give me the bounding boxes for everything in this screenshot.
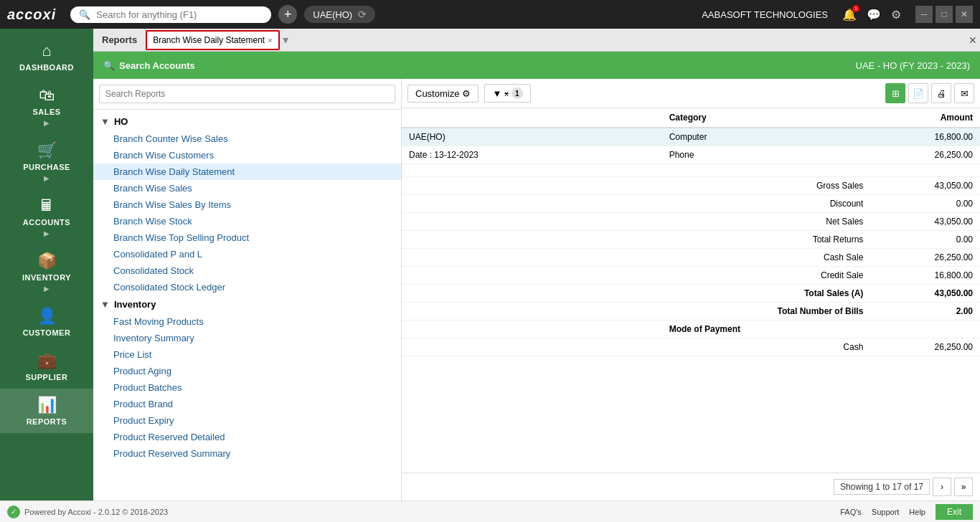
global-search-input[interactable]	[96, 9, 263, 20]
help-link[interactable]: Help	[909, 508, 925, 516]
app-logo: accoxi	[7, 6, 56, 23]
customize-button[interactable]: Customize ⚙	[407, 85, 479, 103]
excel-export-button[interactable]: ⊞	[885, 83, 905, 103]
tree-item-product-reserved-summary[interactable]: Product Reserved Summary	[93, 445, 401, 462]
tree-group-ho[interactable]: ▼ HO	[93, 113, 401, 130]
tree-item-product-expiry[interactable]: Product Expiry	[93, 412, 401, 429]
table-cell-total-returns-label: Total Returns	[662, 231, 871, 249]
support-link[interactable]: Support	[872, 508, 900, 516]
sidebar-label-sales: SALES	[32, 108, 60, 116]
notifications-icon[interactable]: 🔔1	[842, 8, 857, 22]
tree-item-branch-wise-sales-by-items[interactable]: Branch Wise Sales By Items	[93, 196, 401, 213]
tree-item-consolidated-stock-ledger[interactable]: Consolidated Stock Ledger	[93, 279, 401, 295]
sidebar-item-inventory[interactable]: 📦 INVENTORY ▶	[0, 245, 93, 300]
sidebar-item-customer[interactable]: 👤 CUSTOMER	[0, 300, 93, 344]
tree-item-branch-wise-top-selling-product[interactable]: Branch Wise Top Selling Product	[93, 229, 401, 246]
add-button[interactable]: +	[278, 5, 297, 24]
gear-icon[interactable]: ⚙	[891, 8, 901, 22]
table-cell-phone: Phone	[662, 146, 871, 164]
sidebar-item-accounts[interactable]: 🖩 ACCOUNTS ▶	[0, 189, 93, 245]
dashboard-icon: ⌂	[42, 42, 51, 60]
table-row: Cash Sale 26,250.00	[402, 249, 980, 267]
table-cell-uae-ho: UAE(HO)	[402, 128, 662, 146]
global-search-bar[interactable]: 🔍	[70, 6, 271, 23]
table-row: Date : 13-12-2023 Phone 26,250.00	[402, 146, 980, 164]
sidebar-item-sales[interactable]: 🛍 SALES ▶	[0, 79, 93, 134]
sidebar-label-dashboard: DASHBOARD	[19, 63, 74, 72]
filter-x-label: x	[504, 89, 509, 98]
tree-item-price-list[interactable]: Price List	[93, 346, 401, 363]
header-branch-info: UAE - HO (FY 2023 - 2023)	[856, 60, 970, 71]
minimize-button[interactable]: ─	[915, 6, 933, 23]
tree-item-branch-wise-daily-statement[interactable]: Branch Wise Daily Statement	[93, 163, 401, 180]
filter-count-badge: 1	[512, 87, 523, 99]
tree-item-inventory-summary[interactable]: Inventory Summary	[93, 330, 401, 346]
customize-label: Customize	[415, 88, 459, 99]
sidebar-item-dashboard[interactable]: ⌂ DASHBOARD	[0, 34, 93, 79]
table-cell-gross-sales-val: 43,050.00	[870, 177, 980, 195]
tab-label: Branch Wise Daily Statement	[153, 35, 265, 45]
branch-selector[interactable]: UAE(HO) ⟳	[304, 6, 375, 23]
tree-item-product-reserved-detailed[interactable]: Product Reserved Detailed	[93, 429, 401, 445]
sidebar-item-reports[interactable]: 📊 REPORTS	[0, 389, 93, 433]
notif-badge: 1	[852, 5, 859, 12]
sidebar-item-supplier[interactable]: 💼 SUPPLIER	[0, 344, 93, 389]
search-reports-input[interactable]	[99, 85, 395, 103]
refresh-icon[interactable]: ⟳	[358, 9, 367, 20]
tab-branch-wise-daily-statement[interactable]: Branch Wise Daily Statement ×	[146, 30, 280, 50]
tree-area: ▼ HO Branch Counter Wise Sales Branch Wi…	[93, 110, 401, 500]
exit-button[interactable]: Exit	[936, 504, 973, 520]
tree-group-inventory[interactable]: ▼ Inventory	[93, 295, 401, 313]
tree-item-product-aging[interactable]: Product Aging	[93, 363, 401, 379]
settings-icon: ⚙	[462, 88, 471, 99]
table-cell-discount-label: Discount	[662, 195, 871, 213]
tab-close-icon[interactable]: ×	[268, 36, 272, 44]
next-page-button[interactable]: ›	[933, 478, 951, 496]
pdf-export-button[interactable]: 📄	[908, 83, 928, 103]
tree-item-fast-moving-products[interactable]: Fast Moving Products	[93, 313, 401, 330]
bottom-bar: ✓ Powered by Accoxi - 2.0.12 © 2018-2023…	[0, 500, 980, 522]
export-buttons: ⊞ 📄 🖨 ✉	[885, 83, 974, 103]
tree-item-product-brand[interactable]: Product Brand	[93, 396, 401, 412]
table-row	[402, 164, 980, 177]
faq-link[interactable]: FAQ's	[840, 508, 862, 516]
top-bar: accoxi 🔍 + UAE(HO) ⟳ AABASOFT TECHNOLOGI…	[0, 0, 980, 29]
tree-item-consolidated-p-and-l[interactable]: Consolidated P and L	[93, 246, 401, 262]
tree-item-consolidated-stock[interactable]: Consolidated Stock	[93, 262, 401, 279]
maximize-button[interactable]: □	[936, 6, 953, 23]
sidebar-label-accounts: ACCOUNTS	[23, 218, 70, 227]
last-page-button[interactable]: »	[954, 478, 973, 496]
sidebar-label-purchase: PURCHASE	[23, 163, 70, 171]
tree-item-branch-wise-sales[interactable]: Branch Wise Sales	[93, 180, 401, 196]
sales-icon: 🛍	[39, 86, 55, 105]
close-button[interactable]: ✕	[956, 6, 973, 23]
tree-item-branch-wise-customers[interactable]: Branch Wise Customers	[93, 147, 401, 163]
table-cell-cash-val: 26,250.00	[870, 338, 980, 356]
accounts-arrow-icon: ▶	[44, 229, 50, 237]
tree-item-product-batches[interactable]: Product Batches	[93, 379, 401, 396]
table-row: Total Number of Bills 2.00	[402, 303, 980, 321]
email-button[interactable]: ✉	[954, 83, 974, 103]
table-cell-mode-of-payment-label: Mode of Payment	[662, 321, 871, 338]
sidebar-item-purchase[interactable]: 🛒 PURCHASE ▶	[0, 134, 93, 189]
tab-close-button[interactable]: ✕	[969, 34, 977, 46]
print-icon: 🖨	[937, 88, 946, 99]
tree-item-branch-wise-stock[interactable]: Branch Wise Stock	[93, 213, 401, 229]
table-row: Net Sales 43,050.00	[402, 213, 980, 231]
customer-icon: 👤	[37, 307, 57, 326]
content-area: Reports Branch Wise Daily Statement × ▾ …	[93, 29, 980, 500]
table-cell-total-returns-val: 0.00	[870, 231, 980, 249]
pdf-icon: 📄	[913, 88, 924, 99]
tree-item-branch-counter-wise-sales[interactable]: Branch Counter Wise Sales	[93, 130, 401, 147]
green-header: 🔍 Search Accounts UAE - HO (FY 2023 - 20…	[93, 52, 980, 79]
bottom-logo: ✓ Powered by Accoxi - 2.0.12 © 2018-2023	[7, 506, 168, 518]
tab-pin-icon[interactable]: ▾	[283, 33, 288, 47]
print-button[interactable]: 🖨	[931, 83, 951, 103]
messages-icon[interactable]: 💬	[867, 8, 881, 22]
inventory-collapse-icon: ▼	[100, 299, 110, 310]
table-row: Cash 26,250.00	[402, 338, 980, 356]
filter-button[interactable]: ▼ x 1	[484, 84, 530, 103]
table-cell-cash-sale-val: 26,250.00	[870, 249, 980, 267]
top-icon-group: 🔔1 💬 ⚙	[842, 8, 901, 22]
report-toolbar: Customize ⚙ ▼ x 1 2 3 4 5	[402, 79, 980, 108]
